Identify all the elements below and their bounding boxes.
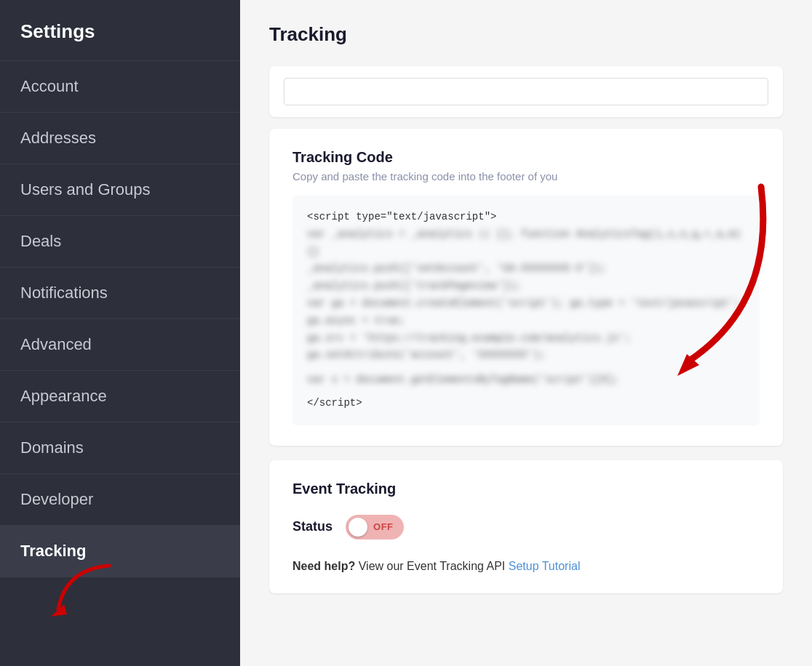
- sidebar-item-deals[interactable]: Deals: [0, 216, 240, 268]
- sidebar-item-addresses[interactable]: Addresses: [0, 113, 240, 164]
- sidebar-item-appearance[interactable]: Appearance: [0, 371, 240, 422]
- status-label: Status: [292, 519, 333, 534]
- sidebar-item-domains[interactable]: Domains: [0, 422, 240, 474]
- code-line-blurred-6: var s = document.getElementsByTagName('s…: [307, 372, 745, 389]
- status-toggle[interactable]: OFF: [346, 515, 404, 539]
- code-line-blurred-2: _analytics.push(['setAccount', 'UA-XXXXX…: [307, 260, 745, 295]
- code-line-open: <script type="text/javascript">: [307, 209, 745, 226]
- tracking-input[interactable]: [284, 78, 768, 105]
- help-link[interactable]: Setup Tutorial: [509, 560, 581, 572]
- sidebar-arrow: [44, 562, 131, 620]
- tracking-code-block[interactable]: <script type="text/javascript"> var _ana…: [292, 196, 760, 425]
- tracking-code-card: Tracking Code Copy and paste the trackin…: [269, 129, 783, 446]
- sidebar-item-tracking[interactable]: Tracking: [0, 526, 240, 577]
- page-title: Tracking: [269, 23, 783, 46]
- toggle-state-label: OFF: [373, 521, 394, 532]
- sidebar-item-users-and-groups[interactable]: Users and Groups: [0, 164, 240, 216]
- main-content: Tracking Tracking Code Copy and paste th…: [240, 0, 812, 666]
- help-row: Need help? View our Event Tracking API S…: [292, 560, 760, 573]
- sidebar-item-account[interactable]: Account: [0, 61, 240, 113]
- event-tracking-title: Event Tracking: [292, 481, 760, 497]
- tracking-top-card: [269, 66, 783, 117]
- tracking-code-desc: Copy and paste the tracking code into th…: [292, 170, 760, 182]
- sidebar-item-developer[interactable]: Developer: [0, 474, 240, 526]
- sidebar-item-notifications[interactable]: Notifications: [0, 268, 240, 319]
- code-line-blurred-4: ga.src = 'https://tracking.example.com/a…: [307, 330, 745, 348]
- sidebar-title: Settings: [0, 0, 240, 61]
- svg-marker-0: [51, 604, 67, 617]
- status-row: Status OFF: [292, 515, 760, 539]
- help-body: View our Event Tracking API: [359, 560, 509, 572]
- event-tracking-card: Event Tracking Status OFF Need help? Vie…: [269, 460, 783, 593]
- code-line-blurred-3: var ga = document.createElement('script'…: [307, 295, 745, 330]
- tracking-code-title: Tracking Code: [292, 149, 760, 166]
- help-text: Need help?: [292, 560, 355, 572]
- code-line-close: </script>: [307, 395, 745, 412]
- sidebar: Settings Account Addresses Users and Gro…: [0, 0, 240, 666]
- code-line-blurred-5: ga.setAttribute('account', 'XXXXXXXX');: [307, 347, 745, 364]
- toggle-knob: [349, 518, 367, 537]
- code-line-blurred-1: var _analytics = _analytics || []; funct…: [307, 226, 745, 261]
- sidebar-item-advanced[interactable]: Advanced: [0, 319, 240, 371]
